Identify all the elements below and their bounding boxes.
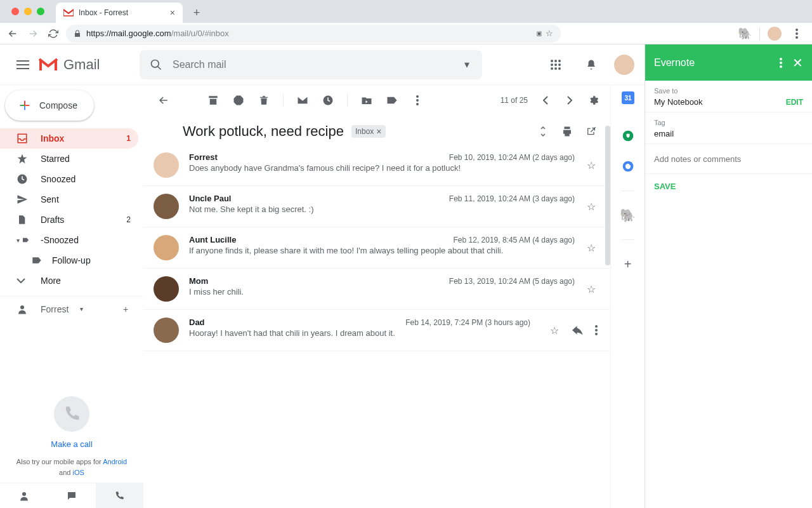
- mark-unread-button[interactable]: [296, 94, 309, 107]
- star-icon[interactable]: ☆: [585, 235, 598, 260]
- evernote-menu-button[interactable]: [780, 58, 782, 68]
- gmail-logo[interactable]: Gmail: [38, 57, 140, 73]
- message-row[interactable]: ForrestFeb 10, 2019, 10:24 AM (2 days ag…: [143, 145, 610, 186]
- chrome-menu-button[interactable]: [789, 26, 804, 41]
- tag-value[interactable]: email: [654, 129, 674, 138]
- new-tab-button[interactable]: +: [188, 4, 206, 22]
- hangouts-chat-tab[interactable]: [48, 483, 95, 508]
- url-path: /mail/u/0/#inbox: [171, 29, 229, 38]
- message-row[interactable]: Aunt LucilleFeb 12, 2019, 8:45 AM (4 day…: [143, 227, 610, 269]
- keep-addon-icon[interactable]: [622, 130, 634, 142]
- save-to-value: My Notebook: [654, 97, 703, 107]
- search-icon[interactable]: [150, 58, 162, 71]
- reply-icon[interactable]: [572, 326, 584, 335]
- message-more-icon[interactable]: [595, 325, 598, 335]
- edit-notebook-button[interactable]: EDIT: [786, 98, 803, 107]
- android-link[interactable]: Android: [103, 458, 127, 465]
- evernote-extension-icon[interactable]: 🐘: [738, 27, 752, 41]
- message-row[interactable]: Uncle PaulFeb 11, 2019, 10:24 AM (3 days…: [143, 186, 610, 227]
- back-to-inbox-button[interactable]: [157, 94, 170, 107]
- reload-button[interactable]: [46, 26, 61, 41]
- maximize-window-button[interactable]: [37, 8, 44, 15]
- account-avatar[interactable]: [614, 55, 634, 75]
- get-addons-button[interactable]: +: [622, 258, 634, 271]
- sender-avatar[interactable]: [154, 235, 179, 260]
- delete-button[interactable]: [258, 94, 270, 107]
- chrome-profile-avatar[interactable]: [768, 27, 782, 41]
- search-input[interactable]: [173, 59, 452, 70]
- sender-name: Uncle Paul: [189, 194, 231, 203]
- next-message-button[interactable]: [563, 94, 576, 107]
- search-options-dropdown[interactable]: ▾: [462, 56, 472, 73]
- evernote-addon-icon[interactable]: 🐘: [622, 209, 634, 222]
- sidebar-item-snoozed[interactable]: ▾-Snoozed: [0, 230, 138, 250]
- browser-tab[interactable]: Inbox - Forrest ×: [56, 3, 183, 23]
- close-window-button[interactable]: [11, 8, 19, 15]
- notifications-icon[interactable]: [579, 52, 604, 77]
- svg-point-13: [551, 67, 553, 70]
- inbox-label-chip[interactable]: Inbox×: [351, 125, 386, 138]
- star-icon[interactable]: ☆: [585, 276, 598, 302]
- scrollbar-thumb[interactable]: [605, 126, 610, 265]
- main-menu-button[interactable]: [10, 52, 36, 77]
- hangouts-contacts-tab[interactable]: [0, 483, 48, 508]
- minimize-window-button[interactable]: [24, 8, 32, 15]
- print-button[interactable]: [561, 125, 573, 138]
- notes-input[interactable]: [654, 154, 803, 164]
- expand-collapse-button[interactable]: [537, 125, 549, 138]
- archive-button[interactable]: [207, 94, 219, 107]
- tasks-addon-icon[interactable]: [622, 160, 634, 173]
- sidebar-item-starred[interactable]: Starred: [0, 149, 138, 169]
- prev-message-button[interactable]: [539, 94, 552, 107]
- sender-avatar[interactable]: [154, 318, 179, 343]
- evernote-save-button[interactable]: SAVE: [645, 174, 812, 199]
- make-a-call-link[interactable]: Make a call: [51, 439, 93, 449]
- message-row[interactable]: DadFeb 14, 2019, 7:24 PM (3 hours ago) H…: [143, 310, 610, 351]
- hangouts-user: Forrest: [41, 304, 69, 314]
- sidebar-item-inbox[interactable]: Inbox1: [0, 128, 138, 149]
- open-in-new-button[interactable]: [585, 125, 598, 138]
- svg-point-33: [780, 62, 782, 64]
- hangouts-status-dropdown[interactable]: ▾: [80, 305, 83, 312]
- new-conversation-button[interactable]: +: [118, 302, 133, 317]
- close-tab-icon[interactable]: ×: [170, 8, 175, 18]
- settings-gear-icon[interactable]: [587, 94, 600, 107]
- svg-rect-5: [16, 68, 29, 69]
- sidebar-item-drafts[interactable]: Drafts2: [0, 210, 138, 230]
- star-icon[interactable]: ☆: [585, 194, 598, 219]
- message-counter: 11 of 25: [501, 96, 528, 105]
- message-row[interactable]: MomFeb 13, 2019, 10:24 AM (5 days ago) I…: [143, 269, 610, 310]
- remove-label-icon[interactable]: ×: [376, 126, 381, 137]
- forward-button[interactable]: [25, 26, 41, 41]
- sidebar-item-followup[interactable]: Follow-up: [0, 250, 138, 271]
- hangouts-phone-tab[interactable]: [96, 483, 143, 508]
- compose-button[interactable]: Compose: [5, 90, 94, 121]
- apps-grid-icon[interactable]: [543, 52, 568, 77]
- report-spam-button[interactable]: [232, 94, 245, 107]
- message-snippet: Hooray! I haven't had that chili in year…: [189, 328, 530, 338]
- ios-link[interactable]: iOS: [73, 469, 84, 476]
- more-actions-button[interactable]: [411, 94, 424, 107]
- bookmark-star-icon[interactable]: ☆: [546, 29, 553, 38]
- sidebar-item-more[interactable]: More: [0, 271, 138, 291]
- sender-avatar[interactable]: [154, 276, 179, 302]
- star-icon[interactable]: ☆: [548, 324, 561, 337]
- address-bar[interactable]: https://mail.google.com/mail/u/0/#inbox …: [66, 25, 561, 43]
- svg-point-10: [551, 64, 553, 66]
- search-bar[interactable]: ▾: [140, 50, 482, 79]
- sidebar-item-sent[interactable]: Sent: [0, 189, 138, 210]
- back-button[interactable]: [5, 26, 20, 41]
- sidebar-item-snoozed[interactable]: Snoozed: [0, 169, 138, 189]
- evernote-clip-icon[interactable]: ◈: [534, 28, 546, 39]
- hangouts-header[interactable]: Forrest ▾ +: [0, 296, 143, 321]
- hangouts-call-bubble[interactable]: [54, 396, 89, 432]
- move-to-button[interactable]: [360, 94, 373, 107]
- snooze-button[interactable]: [322, 94, 334, 107]
- evernote-panel: Evernote ✕ Save to My Notebook EDIT Tag …: [645, 44, 812, 508]
- star-icon[interactable]: ☆: [585, 152, 598, 178]
- calendar-addon-icon[interactable]: 31: [622, 91, 634, 104]
- evernote-close-button[interactable]: ✕: [792, 55, 803, 70]
- labels-button[interactable]: [386, 94, 398, 107]
- sender-avatar[interactable]: [154, 152, 179, 178]
- sender-avatar[interactable]: [154, 194, 179, 219]
